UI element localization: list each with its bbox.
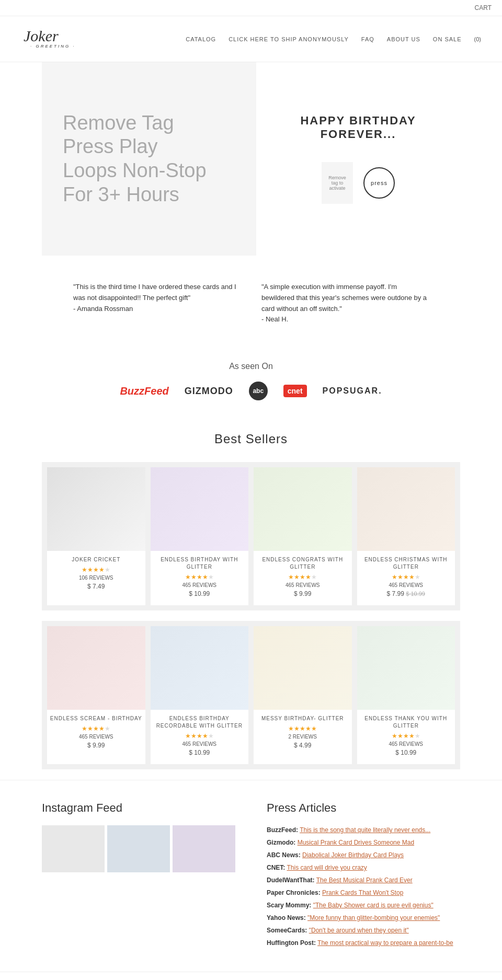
nav-about-us[interactable]: ABOUT US (387, 36, 420, 42)
press-item-5: DudeIWantThat: The Best Musical Prank Ca… (267, 875, 460, 885)
press-link-9[interactable]: "Don't be around when they open it" (309, 927, 409, 934)
nav-catalog[interactable]: CATALOG (186, 36, 216, 42)
testimonial-2-author: - Neal H. (261, 314, 429, 325)
product-image-6 (151, 626, 249, 710)
as-seen-on-section: As seen On BuzzFeed GIZMODO abc cnet POP… (0, 351, 502, 416)
product-stars-1: ★★★★★ (47, 566, 145, 573)
press-link-1[interactable]: This is the song that quite literally ne… (300, 826, 430, 834)
product-price-2: $ 10.99 (151, 590, 249, 597)
product-stars-4: ★★★★★ (357, 573, 455, 581)
press-title: Press Articles (267, 801, 460, 815)
hero-text: Remove Tag Press Play Loops Non-Stop For… (42, 62, 256, 256)
product-card-7[interactable]: MESSY BIRTHDAY- GLITTER ★★★★★ 2 REVIEWS … (254, 626, 352, 764)
gizmodo-logo: GIZMODO (185, 386, 233, 397)
press-item-10: Huffington Post: The most practical way … (267, 938, 460, 948)
press-link-8[interactable]: "More funny than glitter-bombing your en… (307, 914, 440, 921)
testimonial-1: "This is the third time I have ordered t… (73, 282, 241, 325)
press-link-6[interactable]: Prank Cards That Won't Stop (322, 889, 403, 896)
product-name-8: ENDLESS THANK YOU WITH GLITTER (357, 715, 455, 730)
product-name-6: ENDLESS BIRTHDAY RECORDABLE WITH GLITTER (151, 715, 249, 730)
media-logos: BuzzFeed GIZMODO abc cnet POPSUGAR. (21, 382, 481, 400)
product-reviews-2: 465 REVIEWS (151, 582, 249, 588)
card-inner: Remove tag to activate press (322, 162, 395, 204)
product-name-7: MESSY BIRTHDAY- GLITTER (254, 715, 352, 722)
press-item-6: Paper Chronicles: Prank Cards That Won't… (267, 888, 460, 897)
remove-tag: Remove tag to activate (322, 162, 353, 204)
press-item-4: CNET: This card will drive you crazy (267, 863, 460, 872)
product-name-4: ENDLESS CHRISTMAS WITH GLITTER (357, 556, 455, 571)
product-price-4: $ 7.99 $ 10.99 (357, 590, 455, 597)
footer-sections: Instagram Feed Press Articles BuzzFeed: … (0, 780, 502, 972)
product-card-1[interactable]: JOKER CRICKET ★★★★★ 106 REVIEWS $ 7.49 (47, 467, 145, 605)
press-item-1: BuzzFeed: This is the song that quite li… (267, 825, 460, 835)
instagram-title: Instagram Feed (42, 801, 235, 815)
product-stars-8: ★★★★★ (357, 732, 455, 740)
product-price-8: $ 10.99 (357, 749, 455, 756)
product-price-5: $ 9.99 (47, 742, 145, 749)
product-stars-2: ★★★★★ (151, 573, 249, 581)
svg-text:· GREETING ·: · GREETING · (30, 44, 76, 49)
abc-logo: abc (249, 382, 268, 400)
product-reviews-7: 2 REVIEWS (254, 734, 352, 740)
product-grid-row1: JOKER CRICKET ★★★★★ 106 REVIEWS $ 7.49 E… (42, 462, 460, 610)
press-item-7: Scary Mommy: "The Baby Shower card is pu… (267, 901, 460, 910)
product-card-5[interactable]: ENDLESS SCREAM - BIRTHDAY ★★★★★ 465 REVI… (47, 626, 145, 764)
press-link-5[interactable]: The Best Musical Prank Card Ever (316, 877, 413, 884)
press-link-7[interactable]: "The Baby Shower card is pure evil geniu… (313, 902, 433, 909)
main-nav: CATALOG CLICK HERE TO SHIP ANONYMOUSLY F… (186, 36, 481, 42)
product-image-5 (47, 626, 145, 710)
press-button: press (363, 167, 395, 199)
product-image-2 (151, 467, 249, 551)
buzzfeed-logo: BuzzFeed (120, 385, 168, 397)
instagram-thumb-3 (173, 825, 235, 872)
product-image-1 (47, 467, 145, 551)
nav-ship-anonymously[interactable]: CLICK HERE TO SHIP ANONYMOUSLY (229, 36, 349, 42)
testimonial-1-author: - Amanda Rossman (73, 304, 241, 315)
product-card-2[interactable]: ENDLESS BIRTHDAY WITH GLITTER ★★★★★ 465 … (151, 467, 249, 605)
product-name-2: ENDLESS BIRTHDAY WITH GLITTER (151, 556, 249, 571)
cart-top-label[interactable]: CART (475, 4, 492, 11)
product-card-8[interactable]: ENDLESS THANK YOU WITH GLITTER ★★★★★ 465… (357, 626, 455, 764)
press-link-3[interactable]: Diabolical Joker Birthday Card Plays (302, 851, 404, 859)
press-link-10[interactable]: The most practical way to prepare a pare… (317, 939, 453, 947)
product-stars-6: ★★★★★ (151, 732, 249, 740)
hero-card: HAPPY BIRTHDAY FOREVER... Remove tag to … (256, 62, 460, 256)
cart-count[interactable]: (0) (474, 36, 481, 42)
press-item-2: Gizmodo: Musical Prank Card Drives Someo… (267, 838, 460, 847)
testimonial-1-quote: "This is the third time I have ordered t… (73, 282, 241, 304)
product-stars-5: ★★★★★ (47, 725, 145, 732)
hero-card-text: HAPPY BIRTHDAY FOREVER... (272, 114, 444, 141)
product-card-4[interactable]: ENDLESS CHRISTMAS WITH GLITTER ★★★★★ 465… (357, 467, 455, 605)
product-stars-7: ★★★★★ (254, 725, 352, 732)
instagram-thumb-1 (42, 825, 105, 872)
instagram-section: Instagram Feed (42, 801, 235, 951)
product-price-6: $ 10.99 (151, 749, 249, 756)
top-bar: CART (0, 0, 502, 16)
press-item-3: ABC News: Diabolical Joker Birthday Card… (267, 850, 460, 860)
product-image-8 (357, 626, 455, 710)
popsugar-logo: POPSUGAR. (323, 386, 382, 396)
nav-on-sale[interactable]: ON SALE (433, 36, 462, 42)
press-link-2[interactable]: Musical Prank Card Drives Someone Mad (298, 839, 414, 846)
press-item-8: Yahoo News: "More funny than glitter-bom… (267, 913, 460, 923)
instagram-thumb-2 (107, 825, 170, 872)
nav-faq[interactable]: FAQ (361, 36, 374, 42)
product-price-3: $ 9.99 (254, 590, 352, 597)
product-price-strike-4: $ 10.99 (406, 591, 425, 597)
testimonial-2-quote: "A simple execution with immense payoff.… (261, 282, 429, 314)
product-name-3: ENDLESS CONGRATS WITH GLITTER (254, 556, 352, 571)
joker-promise-section: Joker Promise (0, 972, 502, 980)
testimonials-section: "This is the third time I have ordered t… (0, 256, 502, 351)
testimonial-2: "A simple execution with immense payoff.… (261, 282, 429, 325)
product-card-3[interactable]: ENDLESS CONGRATS WITH GLITTER ★★★★★ 465 … (254, 467, 352, 605)
press-link-4[interactable]: This card will drive you crazy (287, 864, 367, 871)
product-image-4 (357, 467, 455, 551)
press-section: Press Articles BuzzFeed: This is the son… (267, 801, 460, 951)
product-name-5: ENDLESS SCREAM - BIRTHDAY (47, 715, 145, 722)
as-seen-on-title: As seen On (21, 362, 481, 371)
product-card-6[interactable]: ENDLESS BIRTHDAY RECORDABLE WITH GLITTER… (151, 626, 249, 764)
logo[interactable]: Joker · GREETING · (21, 21, 84, 56)
instagram-grid (42, 825, 235, 872)
product-reviews-5: 465 REVIEWS (47, 734, 145, 740)
svg-text:Joker: Joker (24, 27, 59, 44)
